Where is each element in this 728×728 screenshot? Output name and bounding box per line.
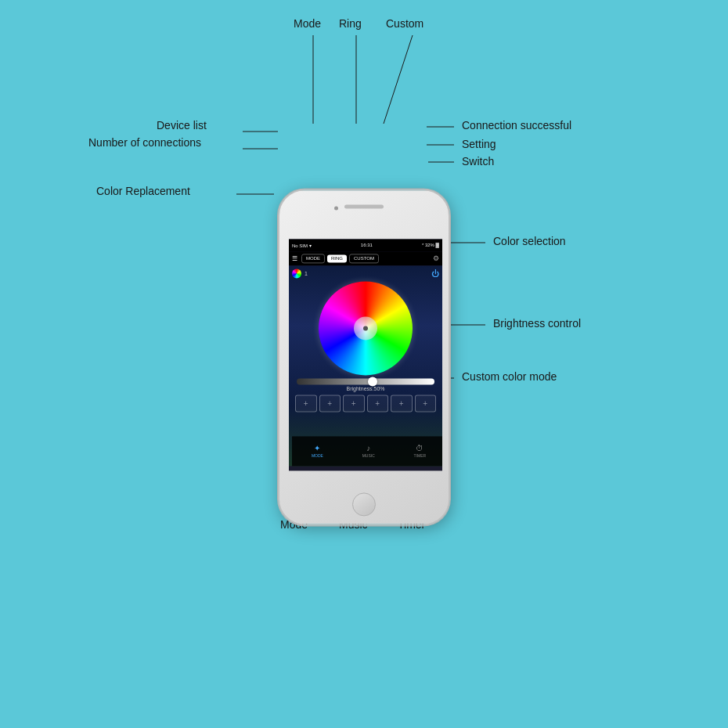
brightness-row: Brightness:50% bbox=[297, 378, 434, 391]
setting-annotation: Setting bbox=[462, 138, 496, 150]
custom-color-box-5[interactable]: + bbox=[391, 395, 413, 412]
status-bar: No SIM ▾ 16:31 * 32% ▓ bbox=[289, 239, 442, 251]
connection-count: 1 bbox=[305, 271, 308, 276]
timer-nav-label: TIMER bbox=[414, 453, 427, 458]
custom-tab[interactable]: CUSTOM bbox=[349, 254, 379, 263]
brightness-slider-thumb[interactable] bbox=[368, 377, 377, 386]
phone-screen: No SIM ▾ 16:31 * 32% ▓ ☰ MODE RING CUSTO… bbox=[289, 239, 442, 470]
mode-annotation: Mode bbox=[294, 17, 321, 30]
battery-text: * 32% ▓ bbox=[422, 243, 439, 247]
ring-tab[interactable]: RING bbox=[327, 254, 347, 262]
nav-timer-item[interactable]: ⏱ TIMER bbox=[414, 444, 427, 458]
music-nav-icon: ♪ bbox=[366, 444, 370, 452]
phone-camera bbox=[334, 206, 338, 210]
color-dot[interactable] bbox=[292, 268, 301, 278]
custom-color-mode-annotation: Custom color mode bbox=[462, 370, 557, 383]
switch-annotation: Switch bbox=[462, 155, 494, 168]
bottom-nav: ✦ MODE ♪ MUSIC ⏱ TIMER bbox=[292, 436, 442, 466]
hamburger-icon[interactable]: ☰ bbox=[292, 255, 297, 262]
time-text: 16:31 bbox=[361, 243, 373, 247]
phone: No SIM ▾ 16:31 * 32% ▓ ☰ MODE RING CUSTO… bbox=[278, 189, 450, 525]
brightness-label: Brightness:50% bbox=[297, 386, 434, 391]
phone-speaker bbox=[344, 204, 384, 208]
connections-annotation: Number of connections bbox=[88, 136, 201, 149]
brightness-slider-track[interactable] bbox=[297, 378, 434, 384]
nav-music-item[interactable]: ♪ MUSIC bbox=[362, 444, 375, 458]
svg-line-2 bbox=[384, 35, 413, 124]
app-content: 1 ⏻ Brightness:50% bbox=[289, 265, 442, 466]
ring-annotation: Ring bbox=[339, 17, 362, 30]
connection-successful-annotation: Connection successful bbox=[462, 119, 571, 132]
power-icon[interactable]: ⏻ bbox=[431, 269, 439, 278]
mode-nav-label: MODE bbox=[312, 453, 323, 458]
custom-annotation: Custom bbox=[386, 17, 423, 30]
color-replacement-annotation: Color Replacement bbox=[96, 185, 190, 197]
custom-color-box-4[interactable]: + bbox=[367, 395, 389, 412]
custom-color-box-6[interactable]: + bbox=[415, 395, 437, 412]
top-row: 1 ⏻ bbox=[292, 268, 439, 278]
timer-nav-icon: ⏱ bbox=[416, 444, 423, 452]
carrier-text: No SIM ▾ bbox=[292, 243, 312, 248]
music-nav-label: MUSIC bbox=[362, 453, 375, 458]
wheel-center-dot bbox=[363, 326, 368, 330]
mode-nav-icon: ✦ bbox=[314, 444, 320, 452]
custom-color-box-3[interactable]: + bbox=[343, 395, 365, 412]
mode-tab[interactable]: MODE bbox=[301, 254, 325, 263]
color-wheel[interactable] bbox=[319, 281, 413, 375]
custom-colors-row: + + + + + + bbox=[295, 395, 436, 412]
nav-mode-item[interactable]: ✦ MODE bbox=[312, 444, 323, 458]
settings-icon[interactable]: ⚙ bbox=[433, 254, 439, 262]
phone-shell: No SIM ▾ 16:31 * 32% ▓ ☰ MODE RING CUSTO… bbox=[278, 189, 450, 525]
app-tabs: ☰ MODE RING CUSTOM ⚙ bbox=[289, 251, 442, 265]
home-button[interactable] bbox=[352, 492, 376, 516]
device-list-annotation: Device list bbox=[157, 119, 207, 132]
custom-color-box-1[interactable]: + bbox=[295, 395, 317, 412]
brightness-control-annotation: Brightness control bbox=[493, 317, 581, 330]
custom-color-box-2[interactable]: + bbox=[319, 395, 341, 412]
color-wheel-container bbox=[292, 281, 439, 375]
color-selection-annotation: Color selection bbox=[493, 235, 566, 247]
